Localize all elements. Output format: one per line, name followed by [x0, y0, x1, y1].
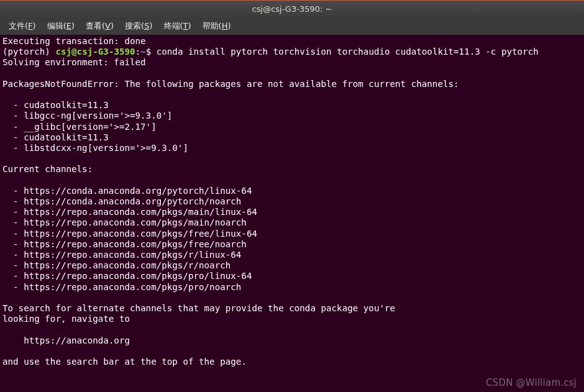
window-titlebar: csj@csj-G3-3590: ~ [0, 0, 584, 17]
window-title: csj@csj-G3-3590: ~ [252, 4, 332, 14]
menu-terminal[interactable]: 终端(T) [159, 18, 196, 34]
prompt-userhost: csj@csj-G3-3590 [55, 47, 135, 57]
channel-item: - https://conda.anaconda.org/pytorch/noa… [2, 196, 241, 206]
terminal-line: Solving environment: failed [2, 57, 146, 67]
prompt-sep: : [135, 47, 141, 57]
terminal-line: Executing transaction: done [2, 36, 146, 46]
hint-line: To search for alternate channels that ma… [2, 303, 395, 313]
hint-url: https://anaconda.org [2, 335, 130, 345]
channel-item: - https://repo.anaconda.com/pkgs/main/li… [2, 207, 257, 217]
channel-item: - https://conda.anaconda.org/pytorch/lin… [2, 186, 252, 196]
hint-line: and use the search bar at the top of the… [2, 357, 247, 367]
channel-item: - https://repo.anaconda.com/pkgs/r/linux… [2, 250, 241, 260]
menu-help[interactable]: 帮助(H) [198, 18, 236, 34]
hint-line: looking for, navigate to [2, 314, 130, 324]
missing-package: - libgcc-ng[version='>=9.3.0'] [2, 111, 172, 121]
channel-item: - https://repo.anaconda.com/pkgs/free/no… [2, 239, 247, 249]
menu-file[interactable]: 文件(F) [4, 18, 41, 34]
channel-item: - https://repo.anaconda.com/pkgs/pro/lin… [2, 271, 252, 281]
menu-view[interactable]: 查看(V) [81, 18, 119, 34]
menu-search[interactable]: 搜索(S) [120, 18, 157, 34]
menu-edit[interactable]: 编辑(E) [42, 18, 80, 34]
prompt-env: (pytorch) [2, 47, 55, 57]
channel-item: - https://repo.anaconda.com/pkgs/r/noarc… [2, 260, 230, 270]
missing-package: - libstdcxx-ng[version='>=9.3.0'] [2, 143, 188, 153]
menubar: 文件(F) 编辑(E) 查看(V) 搜索(S) 终端(T) 帮助(H) [0, 17, 584, 35]
prompt-path: ~ [140, 47, 146, 57]
missing-package: - __glibc[version='>=2.17'] [2, 122, 157, 132]
channel-item: - https://repo.anaconda.com/pkgs/main/no… [2, 217, 247, 227]
watermark: CSDN @William.csj [486, 378, 577, 388]
prompt-dollar: $ [146, 47, 157, 57]
error-header: PackagesNotFoundError: The following pac… [2, 79, 459, 89]
channel-item: - https://repo.anaconda.com/pkgs/pro/noa… [2, 282, 241, 292]
channels-header: Current channels: [2, 164, 93, 174]
terminal-area[interactable]: Executing transaction: done (pytorch) cs… [0, 35, 584, 392]
typed-command: conda install pytorch torchvision torcha… [157, 47, 539, 57]
missing-package: - cudatoolkit=11.3 [2, 132, 109, 142]
missing-package: - cudatoolkit=11.3 [2, 100, 109, 110]
channel-item: - https://repo.anaconda.com/pkgs/free/li… [2, 229, 257, 239]
